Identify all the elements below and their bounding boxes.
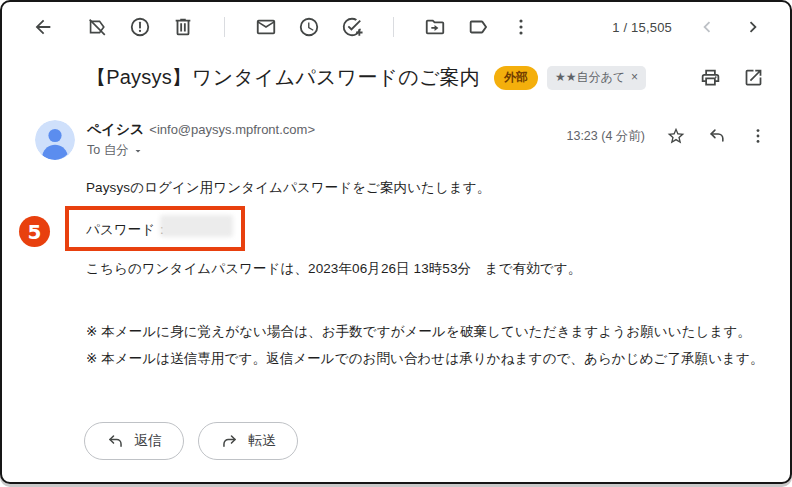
- password-redacted-value: [160, 215, 233, 237]
- more-options-icon[interactable]: [510, 16, 532, 38]
- reply-arrow-icon: [106, 432, 125, 451]
- snooze-icon[interactable]: [298, 16, 320, 38]
- toolbar-divider: [393, 17, 394, 37]
- avatar[interactable]: [35, 120, 75, 160]
- avatar-person-icon: [35, 120, 75, 160]
- move-to-icon[interactable]: [424, 16, 446, 38]
- reply-button-label: 返信: [134, 432, 162, 450]
- forward-button[interactable]: 転送: [198, 422, 298, 460]
- password-label: パスワード：: [86, 221, 169, 239]
- email-timestamp: 13:23 (4 分前): [566, 128, 645, 145]
- disclaimer-line-2: ※ 本メールは送信専用です。返信メールでのお問い合わせは承りかねますので、あらか…: [86, 350, 764, 368]
- sender-row: ペイシス <info@paysys.mpfront.com> To 自分 13:…: [35, 120, 768, 160]
- report-spam-icon[interactable]: [129, 16, 151, 38]
- toolbar-divider: [224, 17, 225, 37]
- next-email-icon[interactable]: [742, 16, 764, 38]
- pagination-counter: 1 / 15,505: [612, 20, 672, 35]
- forward-button-label: 転送: [248, 432, 276, 450]
- recipient-text: To 自分: [87, 142, 129, 159]
- previous-email-icon[interactable]: [696, 16, 718, 38]
- validity-text: こちらのワンタイムパスワードは、2023年06月26日 13時53分 まで有効で…: [86, 260, 581, 278]
- reply-icon[interactable]: [707, 126, 727, 146]
- delete-icon[interactable]: [172, 16, 194, 38]
- sender-name: ペイシス: [87, 121, 144, 139]
- remove-label-icon[interactable]: ×: [631, 71, 638, 83]
- add-to-tasks-icon[interactable]: [341, 16, 363, 38]
- quick-actions: 返信 転送: [84, 422, 298, 460]
- star-icon[interactable]: [666, 126, 686, 146]
- print-icon[interactable]: [700, 67, 721, 88]
- back-icon[interactable]: [32, 16, 54, 38]
- forward-arrow-icon: [220, 432, 239, 451]
- labels-icon[interactable]: [467, 16, 489, 38]
- mark-unread-icon[interactable]: [255, 16, 277, 38]
- label-slash-icon[interactable]: [86, 16, 108, 38]
- recipient-dropdown[interactable]: To 自分: [87, 142, 315, 159]
- disclaimer-line-1: ※ 本メールに身に覚えがない場合は、お手数ですがメールを破棄していただきますよう…: [86, 323, 751, 341]
- body-greeting: Paysysのログイン用ワンタイムパスワードをご案内いたします。: [86, 179, 490, 197]
- email-subject: 【Paysys】ワンタイムパスワードのご案内: [86, 64, 480, 91]
- external-badge: 外部: [494, 66, 538, 90]
- dropdown-arrow-icon: [132, 145, 144, 157]
- email-window: 1 / 15,505 【Paysys】ワンタイムパスワードのご案内 外部 ★★自…: [0, 0, 792, 484]
- subject-row: 【Paysys】ワンタイムパスワードのご案内 外部 ★★自分あて ×: [86, 64, 764, 91]
- to-me-label-badge[interactable]: ★★自分あて ×: [547, 66, 646, 90]
- reply-button[interactable]: 返信: [84, 422, 184, 460]
- annotation-step-number: 5: [19, 216, 50, 247]
- sender-email: <info@paysys.mpfront.com>: [149, 122, 315, 137]
- open-in-new-icon[interactable]: [743, 67, 764, 88]
- toolbar: 1 / 15,505: [2, 10, 790, 44]
- to-me-label-text: ★★自分あて: [555, 69, 625, 86]
- message-more-icon[interactable]: [748, 126, 768, 146]
